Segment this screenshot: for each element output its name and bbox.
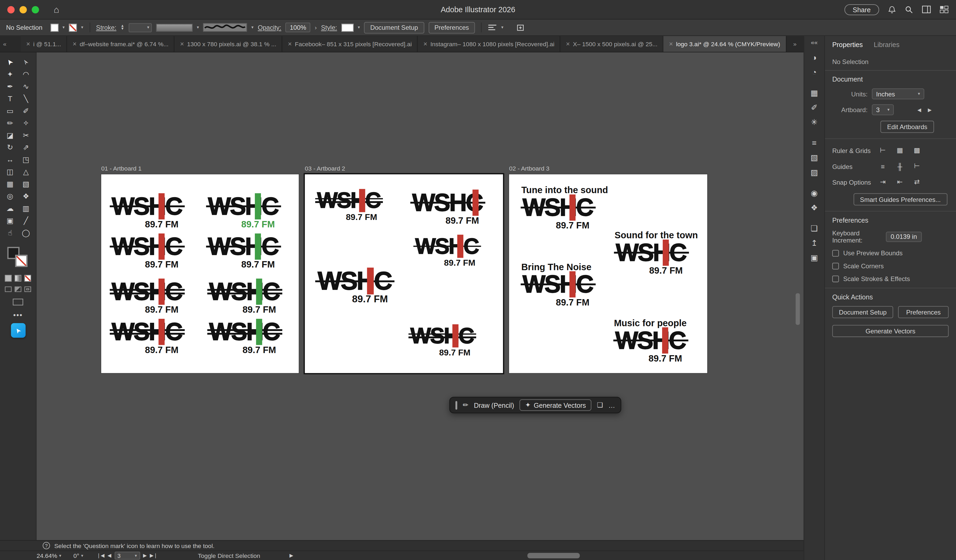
generate-vectors-button[interactable]: Generate Vectors	[832, 325, 948, 337]
wshc-logo[interactable]: WSHC89.7 FM	[415, 237, 478, 268]
chevron-down-icon[interactable]: ▾	[252, 25, 253, 30]
tool-mesh[interactable]: ▦	[2, 178, 18, 190]
asset-export-panel-icon[interactable]: ↥	[807, 235, 822, 250]
prev-artboard-icon[interactable]: ◀	[108, 553, 111, 558]
zoom-level-dropdown[interactable]: 24.64%▾	[37, 552, 61, 559]
close-tab-icon[interactable]: ×	[26, 40, 30, 47]
snap-to-glyph-icon[interactable]: ⇄	[911, 178, 923, 187]
artboard-label[interactable]: 02 - Artboard 3	[509, 165, 549, 172]
first-artboard-icon[interactable]: ❘◀	[97, 553, 105, 558]
graphic-styles-panel-icon[interactable]: ❖	[807, 200, 822, 215]
tool-rotate[interactable]: ↻	[2, 142, 18, 154]
expand-panels-icon[interactable]: ««	[811, 39, 818, 46]
artboard-2[interactable]: WSHC89.7 FMWSHC89.7 FMWSHC89.7 FMWSHC89.…	[305, 174, 503, 373]
document-tab[interactable]: ×i @ 51.1...	[21, 36, 67, 52]
arrange-documents-icon[interactable]	[940, 6, 948, 14]
fill-swatch[interactable]	[50, 24, 58, 31]
draw-inside-button[interactable]	[24, 286, 31, 292]
wshc-logo[interactable]: WSHC89.7 FM	[410, 327, 473, 357]
document-setup-quick-button[interactable]: Document Setup	[832, 306, 893, 318]
horizontal-scrollbar[interactable]	[527, 553, 580, 558]
wshc-logo[interactable]: WSHC89.7 FM	[112, 282, 182, 315]
tool-pen[interactable]: ✒	[2, 80, 18, 93]
tool-width[interactable]: ↔	[2, 154, 18, 166]
tab-overflow-icon[interactable]: »	[790, 36, 803, 52]
fullscreen-window-button[interactable]	[31, 6, 39, 13]
close-tab-icon[interactable]: ×	[180, 40, 184, 47]
minimize-window-button[interactable]	[19, 6, 27, 13]
wshc-logo[interactable]: WSHC89.7 FM	[317, 192, 380, 222]
tool-direct-selection[interactable]: ➢	[18, 56, 34, 68]
tool-paintbrush[interactable]: ✐	[18, 105, 34, 117]
canvas[interactable]: ✏ Draw (Pencil) ✦ Generate Vectors ❏ … 0…	[37, 52, 804, 540]
generate-vectors-taskbar-button[interactable]: ✦ Generate Vectors	[520, 399, 591, 411]
search-icon[interactable]	[905, 5, 913, 14]
document-tab[interactable]: ×Instagram– 1080 x 1080 pixels [Recovere…	[418, 36, 561, 52]
stroke-panel-icon[interactable]: ≡	[807, 135, 822, 150]
transparency-panel-icon[interactable]: ▨	[807, 165, 822, 179]
wshc-logo[interactable]: Sound for the townWSHC89.7 FM	[616, 242, 686, 275]
opacity-panel-label[interactable]: Opacity:	[258, 24, 281, 31]
preferences-button[interactable]: Preferences	[428, 22, 475, 33]
next-artboard-icon[interactable]: ▶	[143, 553, 147, 558]
home-icon[interactable]: ⌂	[53, 4, 59, 15]
tool-blend[interactable]: ❖	[18, 190, 34, 203]
tool-eraser[interactable]: ◪	[2, 129, 18, 142]
workspace-layout-icon[interactable]	[922, 6, 931, 14]
artboard-navigation-dropdown[interactable]: 3▾	[114, 552, 140, 560]
stroke-color-swatch[interactable]	[15, 255, 27, 267]
color-button[interactable]	[5, 275, 11, 282]
tool-curvature[interactable]: ∿	[18, 80, 34, 93]
stroke-weight-dropdown[interactable]: ▾	[129, 23, 152, 32]
screen-mode-button[interactable]	[13, 299, 23, 305]
variable-width-profile-dropdown[interactable]	[156, 24, 193, 31]
tool-artboard[interactable]: ▣	[2, 215, 18, 227]
layers-panel-icon[interactable]: ❏	[807, 221, 822, 235]
artboard-3[interactable]: Tune into the soundWSHC89.7 FMSound for …	[509, 174, 707, 373]
tool-selection[interactable]: ➤	[2, 56, 18, 68]
wshc-logo[interactable]: WSHC89.7 FM	[208, 236, 278, 269]
show-transparency-grid-icon[interactable]: ▩	[911, 146, 923, 155]
gradient-panel-icon[interactable]: ▧	[807, 150, 822, 164]
style-panel-label[interactable]: Style:	[321, 24, 337, 31]
question-mark-icon[interactable]: ?	[43, 542, 50, 549]
document-tab[interactable]: ×X– 1500 x 500 pixels.ai @ 25...	[560, 36, 664, 52]
vertical-scrollbar[interactable]	[796, 293, 800, 325]
fill-stroke-swatches[interactable]	[6, 246, 30, 269]
tool-shape-builder[interactable]: ◫	[2, 166, 18, 178]
none-button[interactable]	[24, 275, 31, 282]
close-tab-icon[interactable]: ×	[423, 40, 427, 47]
selected-tool-indicator[interactable]: ➤	[11, 323, 25, 338]
close-tab-icon[interactable]: ×	[566, 40, 570, 47]
share-button[interactable]: Share	[844, 4, 879, 15]
wshc-logo[interactable]: WSHC89.7 FM	[209, 282, 279, 315]
brush-definition-dropdown[interactable]	[203, 23, 247, 31]
notifications-bell-icon[interactable]	[888, 5, 896, 14]
artboard-1[interactable]: WSHC89.7 FMWSHC89.7 FMWSHC89.7 FMWSHC89.…	[101, 174, 299, 373]
snap-to-pixel-icon[interactable]: ⇥	[877, 178, 889, 187]
tool-lasso[interactable]: ◠	[18, 68, 34, 80]
play-icon[interactable]: ▶	[289, 553, 293, 558]
checkbox-use-preview-bounds[interactable]	[832, 250, 839, 256]
color-panel-icon[interactable]: ◑	[807, 50, 822, 64]
preferences-quick-button[interactable]: Preferences	[898, 306, 948, 318]
color-guide-panel-icon[interactable]: ◔	[807, 64, 822, 79]
checkbox-scale-corners[interactable]	[832, 263, 839, 269]
draw-pencil-button[interactable]: Draw (Pencil)	[474, 401, 514, 409]
prev-artboard-icon[interactable]: ◀	[916, 106, 922, 113]
gradient-button[interactable]	[15, 275, 21, 282]
tab-properties[interactable]: Properties	[832, 41, 863, 48]
wshc-logo[interactable]: Bring The NoiseWSHC89.7 FM	[522, 274, 593, 307]
show-rulers-icon[interactable]: ⊢	[877, 146, 889, 155]
artboard-dropdown[interactable]: 3▾	[872, 104, 894, 115]
tool-gradient[interactable]: ▧	[18, 178, 34, 190]
more-options-icon[interactable]: …	[609, 401, 615, 409]
chevron-down-icon[interactable]: ▾	[63, 25, 64, 30]
taskbar-drag-handle[interactable]	[455, 401, 457, 409]
show-grid-icon[interactable]: ▦	[894, 146, 906, 155]
tool-shaper[interactable]: ✧	[18, 117, 34, 129]
document-tab[interactable]: ×Facebook– 851 x 315 pixels [Recovered].…	[283, 36, 418, 52]
tool-column-graph[interactable]: ▥	[18, 203, 34, 215]
tool-type[interactable]: T	[2, 93, 18, 105]
wshc-logo[interactable]: WSHC89.7 FM	[112, 236, 182, 269]
